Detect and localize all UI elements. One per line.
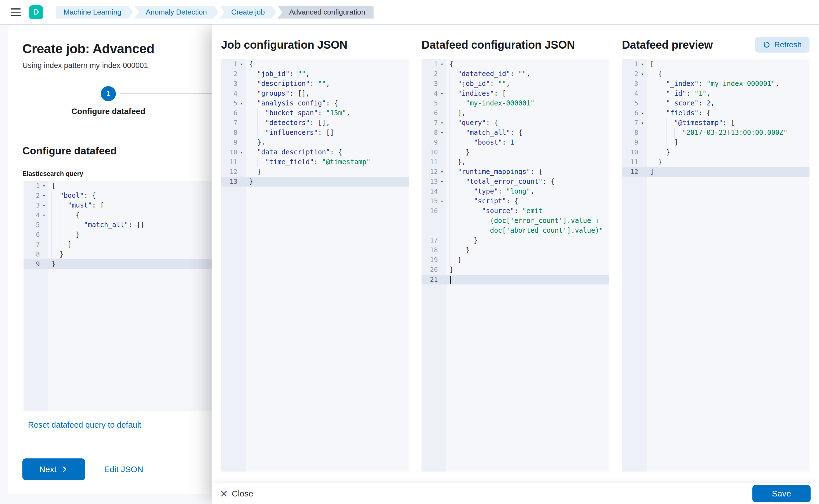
code-line: 11"time_field": "@timestamp" — [221, 157, 409, 167]
fold-toggle-icon[interactable]: ▾ — [438, 89, 446, 98]
fold-toggle-icon[interactable]: ▾ — [638, 118, 647, 128]
code-line: 4▾"indices": [ — [422, 89, 609, 98]
line-number: 19 — [422, 255, 438, 265]
breadcrumb-machine-learning[interactable]: Machine Learning — [56, 6, 133, 19]
line-number: 7 — [622, 118, 638, 128]
line-number: 1 — [622, 59, 638, 69]
fold-toggle-icon[interactable]: ▾ — [40, 181, 48, 191]
line-number: 7 — [422, 118, 438, 128]
fold-gutter — [40, 240, 48, 249]
fold-toggle-icon[interactable]: ▾ — [438, 177, 446, 187]
code-line: 7▾"@timestamp": [ — [622, 118, 809, 128]
fold-toggle-icon[interactable]: ▾ — [237, 147, 246, 157]
datafeed-preview-column: Datafeed preview Refresh 1▾[2▾{3"_index"… — [622, 37, 809, 472]
fold-gutter — [438, 226, 446, 235]
code-text: ] — [48, 240, 72, 249]
code-text: doc['aborted_count'].value)" — [446, 226, 603, 235]
fold-toggle-icon[interactable]: ▾ — [40, 210, 48, 220]
fold-toggle-icon[interactable]: ▾ — [638, 59, 647, 69]
fold-gutter — [638, 89, 647, 98]
fold-toggle-icon[interactable]: ▾ — [638, 69, 647, 79]
code-text: "bucket_span": "15m", — [246, 108, 350, 118]
fold-toggle-icon[interactable]: ▾ — [638, 108, 647, 118]
line-number: 5 — [422, 98, 438, 108]
fold-toggle-icon[interactable]: ▾ — [438, 196, 446, 206]
code-line: 19} — [422, 255, 609, 265]
code-text: "_index": "my-index-000001", — [647, 79, 779, 89]
line-number: 10 — [622, 147, 638, 157]
fold-toggle-icon[interactable]: ▾ — [438, 118, 446, 128]
fold-gutter — [237, 128, 246, 138]
line-number: 18 — [422, 245, 438, 255]
job-config-editor[interactable]: 1▾{2"job_id": "",3"description": "",4"gr… — [221, 59, 409, 472]
fold-toggle-icon[interactable]: ▾ — [438, 167, 446, 177]
code-line: 8"2017-03-23T13:00:00.000Z" — [622, 128, 809, 138]
job-config-heading: Job configuration JSON — [221, 37, 347, 52]
fold-toggle-icon[interactable]: ▾ — [438, 128, 446, 138]
code-line: doc['aborted_count'].value)" — [422, 226, 609, 235]
code-text: { — [48, 181, 55, 191]
fold-toggle-icon[interactable]: ▾ — [438, 59, 446, 69]
code-line: 13▾"total_error_count": { — [422, 177, 609, 187]
step-1-circle[interactable]: 1 — [101, 86, 116, 101]
code-text: "job_id": "", — [446, 79, 510, 89]
code-line: 9}, — [221, 138, 409, 147]
code-line: 1▾[ — [622, 59, 809, 69]
next-button[interactable]: Next — [22, 458, 85, 480]
line-number: 5 — [221, 98, 237, 108]
code-text: } — [446, 255, 462, 265]
breadcrumb-create-job[interactable]: Create job — [220, 6, 277, 19]
line-number: 8 — [622, 128, 638, 138]
code-text: "data_description": { — [246, 147, 342, 157]
fold-gutter — [438, 147, 446, 157]
breadcrumb-anomaly-detection[interactable]: Anomaly Detection — [134, 6, 219, 19]
line-number: 1 — [422, 59, 438, 69]
fold-gutter — [438, 235, 446, 245]
edit-json-link[interactable]: Edit JSON — [104, 465, 143, 474]
code-text: }, — [446, 157, 466, 167]
menu-toggle-button[interactable] — [11, 8, 21, 16]
datafeed-preview-editor[interactable]: 1▾[2▾{3"_index": "my-index-000001",4"_id… — [622, 59, 809, 472]
save-button[interactable]: Save — [752, 485, 811, 502]
code-line: 3"_index": "my-index-000001", — [622, 79, 809, 89]
code-line: 9} — [23, 259, 241, 269]
line-number: 2 — [422, 69, 438, 79]
refresh-button[interactable]: Refresh — [755, 37, 809, 53]
fold-toggle-icon[interactable]: ▾ — [237, 98, 246, 108]
code-line: 8"influencers": [] — [221, 128, 409, 138]
code-text — [446, 275, 451, 284]
code-line: 12] — [622, 167, 809, 177]
space-avatar[interactable]: D — [29, 5, 43, 19]
line-number: 14 — [422, 187, 438, 196]
code-text: { — [48, 210, 80, 220]
code-text: ] — [647, 138, 678, 147]
close-button-label: Close — [232, 489, 253, 498]
code-line: 2"datafeed_id": "", — [422, 69, 609, 79]
es-query-editor[interactable]: 1▾{2▾"bool": {3▾"must": [4▾{5"match_all"… — [23, 181, 241, 411]
line-number: 8 — [23, 249, 40, 259]
close-flyout-button[interactable]: Close — [220, 489, 253, 498]
line-number: 4 — [221, 89, 237, 98]
code-line: 6], — [422, 108, 609, 118]
code-line: 10} — [622, 147, 809, 157]
fold-toggle-icon[interactable]: ▾ — [237, 59, 246, 69]
line-number: 17 — [422, 235, 438, 245]
fold-toggle-icon[interactable]: ▾ — [40, 191, 48, 201]
code-text: "_score": 2, — [647, 98, 715, 108]
line-number: 5 — [23, 220, 40, 230]
fold-gutter — [438, 79, 446, 89]
line-number: 3 — [422, 79, 438, 89]
line-number: 9 — [221, 138, 237, 147]
step-1-label: Configure datafeed — [66, 107, 150, 116]
datafeed-config-editor[interactable]: 1▾{2"datafeed_id": "",3"job_id": "",4▾"i… — [422, 59, 609, 472]
fold-gutter — [237, 79, 246, 89]
flyout-body: Job configuration JSON 1▾{2"job_id": "",… — [212, 25, 819, 483]
fold-toggle-icon[interactable]: ▾ — [40, 201, 48, 210]
code-line: 7"detectors": [], — [221, 118, 409, 128]
code-line: 17} — [422, 235, 609, 245]
code-text: "influencers": [] — [246, 128, 334, 138]
line-number: 9 — [422, 138, 438, 147]
line-number: 6 — [23, 230, 40, 240]
code-line: 1▾{ — [221, 59, 409, 69]
reset-datafeed-query-link[interactable]: Reset datafeed query to default — [28, 420, 141, 430]
